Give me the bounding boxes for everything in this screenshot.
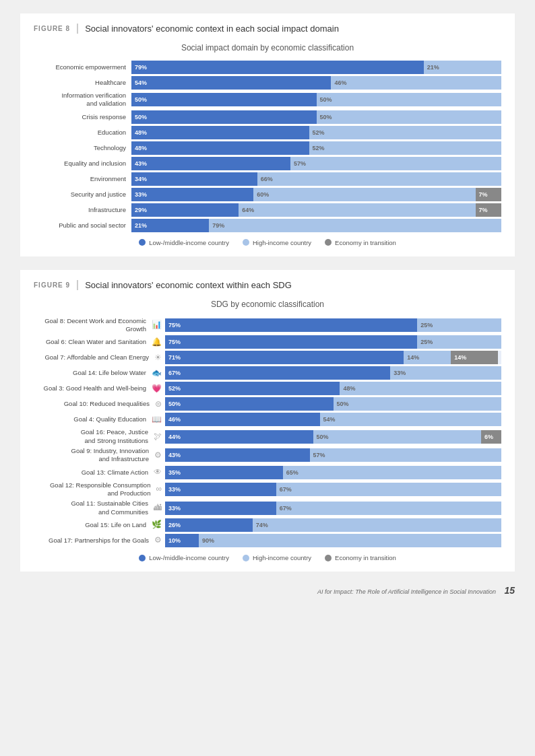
bar-container: 34%66% <box>131 172 501 186</box>
bar-segment-lightblue-sdg: 74% <box>253 518 501 532</box>
legend9-item-transition: Economy in transition <box>325 554 396 561</box>
bar-segment-blue: 21% <box>131 219 209 232</box>
bar-segment-lightblue-sdg: 90% <box>199 534 501 547</box>
bar-container: 43%57% <box>131 157 501 170</box>
bar-container-sdg: 33%67% <box>165 483 501 496</box>
bar-label-sdg: Goal 14: Life below Water🐟 <box>34 368 165 379</box>
bar-container: 50%50% <box>131 93 501 106</box>
legend-item-transition: Economy in transition <box>325 239 396 246</box>
bar-label: Security and justice <box>34 191 131 199</box>
bar-segment-blue-sdg: 71% <box>165 351 404 364</box>
legend9-dot-gray <box>325 555 332 561</box>
sdg-icon: ⚙ <box>154 450 162 461</box>
bar-segment-blue-sdg: 44% <box>165 430 313 444</box>
legend-dot-light-blue <box>243 239 249 246</box>
bar-container: 33%60%7% <box>131 188 501 201</box>
bar-segment-light-blue: 21% <box>424 61 501 74</box>
page-number: 15 <box>504 585 515 596</box>
bar-segment-blue-sdg: 10% <box>165 534 199 547</box>
bar-segment-blue: 33% <box>131 188 253 201</box>
bar-segment-light-blue: 50% <box>317 93 502 106</box>
bar-row-sdg: Goal 11: Sustainable Citiesand Communiti… <box>34 500 501 516</box>
bar-segment-blue-sdg: 35% <box>165 466 283 479</box>
bar-segment-light-blue: 66% <box>257 172 501 186</box>
bar-container-sdg: 44%50%6% <box>165 430 501 444</box>
bar-segment-blue: 50% <box>131 110 317 124</box>
legend-item-high: High-income country <box>243 239 311 246</box>
bar-segment-lightblue-sdg: 48% <box>340 382 501 395</box>
legend-dot-blue <box>139 239 146 246</box>
bar-row: Public and social sector21%79% <box>34 219 501 232</box>
bar-row-sdg: Goal 17: Partnerships for the Goals⚙10%9… <box>34 534 501 547</box>
bar-segment-blue-sdg: 26% <box>165 518 253 532</box>
bar-segment-light-blue: 57% <box>290 157 501 170</box>
bar-segment-lightblue-sdg: 54% <box>320 413 501 426</box>
sdg-label-text: Goal 13: Climate Action <box>82 469 148 477</box>
bar-container-sdg: 10%90% <box>165 534 501 547</box>
bar-label: Education <box>34 129 131 137</box>
sdg-label-text: Goal 4: Quality Education <box>73 415 146 423</box>
figure9-title: Social innovators' economic context with… <box>77 280 292 290</box>
bar-segment-lightblue-sdg: 50% <box>313 430 482 444</box>
bar-container-sdg: 43%57% <box>165 448 501 462</box>
bar-container: 29%64%7% <box>131 203 501 217</box>
bar-segment-lightblue-sdg: 50% <box>334 397 502 411</box>
sdg-icon: 🕊 <box>154 432 162 442</box>
bar-segment-light-blue: 46% <box>331 76 501 90</box>
sdg-icon: 🐟 <box>152 368 162 379</box>
bar-segment-blue-sdg: 50% <box>165 397 334 411</box>
bar-container-sdg: 67%33% <box>165 366 501 380</box>
bar-segment-lightblue-sdg: 33% <box>390 366 501 380</box>
sdg-icon: ☀ <box>154 353 162 364</box>
bar-row: Healthcare54%46% <box>34 76 501 90</box>
sdg-icon: 🏙 <box>154 503 162 514</box>
bar-container-sdg: 71%14%14% <box>165 351 501 364</box>
figure8-header: FIGURE 8 Social innovators' economic con… <box>34 24 501 34</box>
bar-segment-blue-sdg: 43% <box>165 448 310 462</box>
bar-container-sdg: 75%25% <box>165 335 501 349</box>
bar-row-sdg: Goal 12: Responsible Consumptionand Prod… <box>34 481 501 498</box>
bar-container-sdg: 26%74% <box>165 518 501 532</box>
bar-container: 48%52% <box>131 141 501 155</box>
figure9-section: FIGURE 9 Social innovators' economic con… <box>20 270 515 572</box>
figure9-header: FIGURE 9 Social innovators' economic con… <box>34 280 501 290</box>
bar-segment-blue: 29% <box>131 203 239 217</box>
bar-segment-lightblue-sdg: 65% <box>283 466 501 479</box>
bar-label-sdg: Goal 3: Good Health and Well-being💗 <box>34 384 165 394</box>
bar-segment-light-blue: 64% <box>239 203 475 217</box>
sdg-label-text: Goal 11: Sustainable Citiesand Communiti… <box>71 500 148 516</box>
bar-label: Economic empowerment <box>34 63 131 71</box>
bar-label: Information verificationand validation <box>34 92 131 108</box>
bar-label: Equality and inclusion <box>34 160 131 168</box>
bar-row-sdg: Goal 16: Peace, Justiceand Strong Instit… <box>34 428 501 445</box>
bar-label-sdg: Goal 16: Peace, Justiceand Strong Instit… <box>34 428 165 445</box>
bar-container: 79%21% <box>131 61 501 74</box>
bar-container-sdg: 52%48% <box>165 382 501 395</box>
bar-row: Crisis response50%50% <box>34 110 501 124</box>
bar-row-sdg: Goal 7: Affordable and Clean Energy☀71%1… <box>34 351 501 364</box>
legend9-label-low: Low-/middle-income country <box>149 554 229 561</box>
bar-segment-blue-sdg: 75% <box>165 335 417 349</box>
bar-label-sdg: Goal 15: Life on Land🌿 <box>34 520 165 530</box>
bar-label: Technology <box>34 144 131 152</box>
bar-label-sdg: Goal 7: Affordable and Clean Energy☀ <box>34 353 165 364</box>
bar-row: Environment34%66% <box>34 172 501 186</box>
bar-segment-gray: 7% <box>476 188 501 201</box>
bar-label-sdg: Goal 8: Decent Work and Economic Growth📊 <box>34 317 165 334</box>
bar-segment-blue: 79% <box>131 61 424 74</box>
bar-label-sdg: Goal 9: Industry, Innovationand Infrastr… <box>34 447 165 464</box>
figure9-chart: Goal 8: Decent Work and Economic Growth📊… <box>34 317 501 547</box>
bar-row: Education48%52% <box>34 126 501 139</box>
bar-segment-lightblue-sdg: 14% <box>404 351 451 364</box>
bar-segment-light-blue: 60% <box>253 188 475 201</box>
sdg-icon: 📊 <box>152 320 162 331</box>
figure8-chart: Economic empowerment79%21%Healthcare54%4… <box>34 61 501 232</box>
legend9-label-transition: Economy in transition <box>335 554 396 561</box>
legend9-item-low: Low-/middle-income country <box>139 554 229 561</box>
sdg-label-text: Goal 6: Clean Water and Sanitation <box>46 338 146 346</box>
bar-segment-blue-sdg: 46% <box>165 413 320 426</box>
bar-container-sdg: 46%54% <box>165 413 501 426</box>
legend-dot-gray <box>325 239 332 246</box>
sdg-label-text: Goal 9: Industry, Innovationand Infrastr… <box>71 447 149 464</box>
figure9-chart-title: SDG by economic classification <box>34 300 501 309</box>
